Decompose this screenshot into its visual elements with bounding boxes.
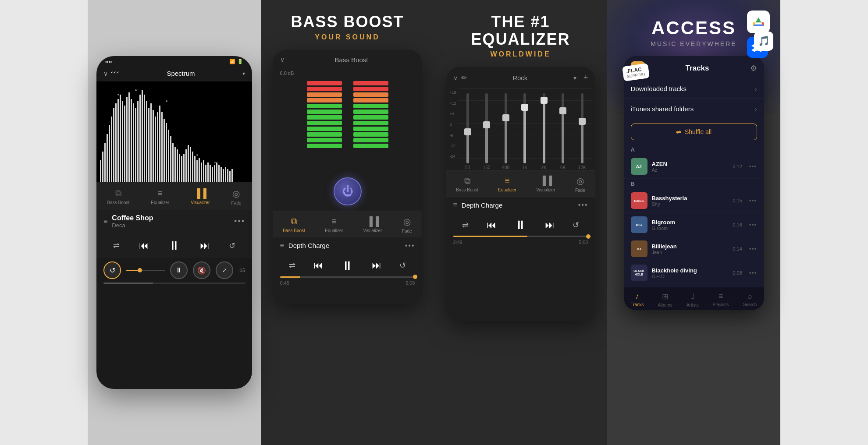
- blackhole-more-icon[interactable]: •••: [749, 269, 757, 276]
- pause-button[interactable]: ⏸: [168, 238, 180, 253]
- mute-button[interactable]: 🔇: [193, 261, 210, 279]
- p2-progress-bar[interactable]: [280, 276, 415, 278]
- tab-equalizer[interactable]: ≡ Equalizer: [146, 187, 174, 207]
- playback-controls: ⇌ ⏮ ⏸ ⏭ ↺: [96, 233, 252, 258]
- spectrum-chevron-icon[interactable]: ▾: [242, 71, 245, 77]
- eq-band-6k[interactable]: 6K: [553, 93, 573, 170]
- svg-rect-30: [166, 123, 167, 182]
- svg-point-65: [214, 162, 216, 163]
- track-item-basshysteria[interactable]: BASS Basshysteria Shy 0:15 •••: [624, 189, 764, 213]
- phone1-header: ∨ 〰 Spectrum ▾: [96, 67, 252, 81]
- power-button[interactable]: ⏻: [334, 177, 362, 205]
- prev-button[interactable]: ⏮: [139, 240, 149, 251]
- repeat-button[interactable]: ↺: [229, 241, 235, 251]
- phone3-preset-chevron[interactable]: ▾: [573, 74, 576, 81]
- eq-thumb-2k[interactable]: [541, 97, 548, 104]
- track-item-bigroom[interactable]: BIG Bigroom G.room 0:16 •••: [624, 213, 764, 237]
- nav-playlists[interactable]: ≡ Playlists: [713, 292, 729, 307]
- downloaded-tracks-row[interactable]: Downloaded tracks ›: [624, 79, 764, 99]
- p3-bass-label: Bass Boost: [456, 187, 478, 192]
- eq-thumb-6k[interactable]: [559, 107, 566, 114]
- bigroom-more-icon[interactable]: •••: [749, 221, 757, 228]
- p2-tab-fade[interactable]: ◎ Fade: [398, 215, 416, 235]
- p2-repeat-btn[interactable]: ↺: [399, 261, 406, 270]
- nav-albums[interactable]: ⊞ Albums: [658, 292, 672, 307]
- p3-prev-btn[interactable]: ⏮: [487, 219, 496, 231]
- eq-band-400[interactable]: 400: [496, 93, 516, 170]
- tab-visualizer[interactable]: ▐▐ Visualizer: [186, 187, 214, 207]
- p3-tab-fade[interactable]: ◎ Fade: [571, 174, 590, 194]
- nav-tracks[interactable]: ♪ Tracks: [631, 292, 644, 307]
- eq-band-1k[interactable]: 1K: [515, 93, 534, 170]
- eq-slider-1k[interactable]: [523, 93, 526, 163]
- basshysteria-duration: 0:15: [733, 198, 742, 203]
- restart-button[interactable]: ↺: [103, 261, 121, 279]
- nav-artists[interactable]: ♩ Artists: [687, 292, 699, 307]
- shuffle-all-button[interactable]: ⇌ Shuffle all: [631, 124, 757, 140]
- svg-rect-53: [216, 162, 217, 182]
- track-item-blackhole[interactable]: BLACKHOLE Blackhole diving B.H.D 0:08 ••…: [624, 261, 764, 285]
- tab-bass-boost[interactable]: ⧉ Bass Boost: [103, 187, 134, 207]
- settings-icon[interactable]: ⚙: [750, 64, 757, 73]
- p2-prev-btn[interactable]: ⏮: [313, 260, 323, 271]
- eq-slider-400[interactable]: [505, 93, 507, 163]
- shuffle-button[interactable]: ⇌: [113, 241, 120, 251]
- track-item-billiejean[interactable]: BJ Billiejean Jean 0:14 •••: [624, 237, 764, 261]
- collapse-icon[interactable]: ∨: [103, 70, 108, 77]
- p3-tab-viz[interactable]: ▐▐ Visualizer: [532, 174, 559, 194]
- p3-repeat-btn[interactable]: ↺: [573, 220, 579, 230]
- fullscreen-button[interactable]: ⤢: [216, 261, 233, 279]
- p2-tab-visualizer[interactable]: ▐▐ Visualizer: [359, 215, 386, 235]
- more-options-icon[interactable]: •••: [234, 217, 245, 226]
- vu-bar-r-orange-1: [353, 92, 388, 97]
- p3-shuffle-btn[interactable]: ⇌: [462, 220, 469, 230]
- svg-rect-32: [170, 136, 171, 182]
- eq-thumb-150[interactable]: [483, 121, 490, 128]
- eq-slider-12k[interactable]: [581, 93, 583, 163]
- p3-tab-bass[interactable]: ⧉ Bass Boost: [452, 174, 483, 194]
- p3-viz-icon: ▐▐: [540, 176, 552, 186]
- p2-tab-equalizer[interactable]: ≡ Equalizer: [320, 215, 348, 235]
- pencil-icon: ✏: [461, 74, 467, 82]
- eq-band-150[interactable]: 150: [477, 93, 496, 170]
- azen-more-icon[interactable]: •••: [749, 163, 757, 170]
- mini-progress-bar[interactable]: [103, 283, 245, 284]
- eq-band-12k[interactable]: 12K: [573, 93, 592, 170]
- p3-pause-btn[interactable]: ⏸: [514, 218, 526, 232]
- p2-tab-bass-boost[interactable]: ⧉ Bass Boost: [278, 215, 309, 235]
- basshysteria-more-icon[interactable]: •••: [749, 197, 757, 204]
- eq-slider-50[interactable]: [466, 93, 469, 163]
- p3-progress-fill: [453, 236, 527, 237]
- track-item-azen[interactable]: AZ AZEN Az 0:12 •••: [624, 155, 764, 179]
- p2-shuffle-btn[interactable]: ⇌: [289, 261, 295, 270]
- panel3-headline: THE #1 EQUALIZER: [443, 13, 598, 48]
- eq-thumb-400[interactable]: [502, 114, 509, 121]
- eq-band-50[interactable]: 50: [458, 93, 477, 170]
- eq-band-2k[interactable]: 2K: [534, 93, 554, 170]
- p3-tab-eq[interactable]: ≡ Equalizer: [494, 174, 521, 194]
- phone3-collapse-icon[interactable]: ∨: [453, 74, 458, 81]
- p3-more-icon[interactable]: •••: [578, 201, 588, 209]
- p2-next-btn[interactable]: ⏭: [372, 260, 381, 271]
- eq-slider-6k[interactable]: [562, 93, 564, 163]
- eq-thumb-50[interactable]: [464, 128, 471, 135]
- bigroom-name: Bigroom: [652, 219, 729, 226]
- eq-freq-50: 50: [465, 165, 470, 170]
- p3-next-btn[interactable]: ⏭: [545, 219, 555, 231]
- tab-fade[interactable]: ◎ Fade: [227, 187, 246, 207]
- p2-pause-btn[interactable]: ⏸: [341, 258, 353, 273]
- p3-progress-bar[interactable]: [453, 236, 588, 237]
- p2-more-icon[interactable]: •••: [405, 242, 415, 250]
- next-button[interactable]: ⏭: [200, 240, 210, 251]
- eq-slider-2k[interactable]: [543, 93, 545, 163]
- nav-search[interactable]: ⌕ Search: [743, 292, 757, 307]
- phone2-collapse-icon[interactable]: ∨: [280, 56, 285, 63]
- itunes-folders-row[interactable]: iTunes shared folders ›: [624, 99, 764, 119]
- eq-slider-150[interactable]: [485, 93, 488, 163]
- pause-mini-button[interactable]: ⏸: [170, 261, 188, 279]
- add-preset-icon[interactable]: +: [583, 73, 588, 82]
- eq-thumb-1k[interactable]: [521, 104, 528, 111]
- eq-thumb-12k[interactable]: [579, 118, 586, 125]
- billiejean-more-icon[interactable]: •••: [749, 245, 757, 252]
- progress-bar[interactable]: [126, 270, 165, 271]
